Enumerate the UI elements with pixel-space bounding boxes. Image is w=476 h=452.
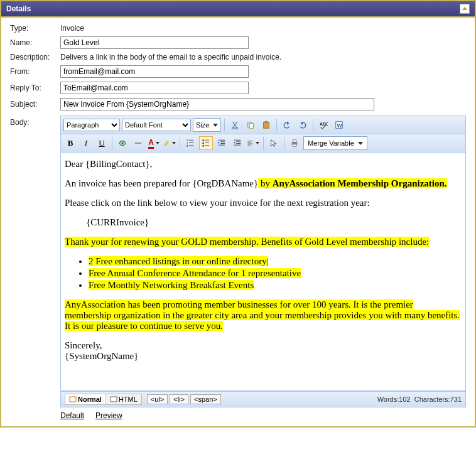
body-text: Please click on the link below to view y…: [65, 198, 462, 208]
svg-point-20: [202, 143, 204, 144]
svg-rect-41: [293, 144, 296, 147]
subject-label: Subject:: [10, 100, 60, 109]
svg-rect-3: [264, 122, 269, 129]
svg-rect-17: [189, 143, 193, 143]
svg-marker-6: [301, 122, 303, 125]
svg-rect-36: [247, 143, 251, 143]
svg-rect-25: [219, 140, 225, 141]
from-input[interactable]: [60, 65, 249, 78]
svg-rect-16: [189, 140, 193, 141]
list-item: 2 Free enhanced listings in our online d…: [89, 256, 462, 267]
path-crumb[interactable]: <span>: [190, 394, 221, 404]
svg-text:3: 3: [187, 144, 188, 148]
svg-rect-32: [236, 143, 241, 144]
link-icon[interactable]: [116, 136, 129, 150]
unordered-list-icon[interactable]: [199, 136, 213, 150]
hr-icon[interactable]: [131, 136, 145, 150]
svg-rect-26: [220, 141, 225, 142]
view-normal-tab[interactable]: Normal: [65, 394, 106, 404]
description-value: Delivers a link in the body of the email…: [60, 53, 281, 62]
editor-toolbar-2: B I U A 123: [60, 134, 466, 153]
type-label: Type:: [10, 24, 60, 33]
page-icon: [69, 396, 77, 402]
paragraph-select[interactable]: Paragraph: [63, 119, 120, 131]
svg-marker-0: [462, 7, 467, 10]
code-icon: [110, 396, 117, 402]
bold-icon[interactable]: B: [63, 136, 77, 150]
svg-marker-5: [287, 122, 289, 125]
merge-variable-select[interactable]: Merge Variable: [303, 136, 367, 150]
svg-rect-18: [189, 146, 193, 146]
italic-icon[interactable]: I: [79, 136, 93, 150]
default-link[interactable]: Default: [60, 411, 84, 420]
name-input[interactable]: [60, 36, 249, 49]
svg-rect-33: [234, 145, 241, 146]
svg-rect-38: [247, 145, 251, 146]
svg-rect-37: [247, 144, 252, 144]
highlight-icon[interactable]: [163, 136, 176, 150]
toolbar-separator: [284, 137, 284, 149]
body-text: AnyAssociation has been promoting member…: [65, 299, 462, 331]
paste-icon[interactable]: [259, 118, 273, 132]
replyto-label: Reply To:: [10, 83, 60, 92]
outdent-icon[interactable]: [215, 136, 229, 150]
svg-marker-29: [218, 141, 220, 144]
preview-link[interactable]: Preview: [95, 411, 122, 420]
font-select[interactable]: Default Font: [122, 119, 191, 131]
copy-icon[interactable]: [244, 118, 257, 132]
ordered-list-icon[interactable]: 123: [183, 136, 197, 150]
size-select[interactable]: Size: [193, 118, 221, 132]
svg-point-11: [121, 142, 124, 144]
body-text: {SystemOrgName}: [65, 351, 462, 362]
svg-rect-40: [293, 140, 296, 143]
benefits-list: 2 Free enhanced listings in our online d…: [78, 256, 462, 291]
panel-header: Details: [1, 1, 475, 18]
list-item: Free Annual Conference Attendance for 1 …: [89, 268, 462, 279]
svg-rect-4: [265, 121, 268, 123]
svg-marker-34: [234, 141, 235, 144]
body-label: Body:: [10, 114, 60, 127]
editor-footer: Normal HTML <ul> <li> <span>: [60, 391, 466, 407]
spellcheck-icon[interactable]: ABC: [316, 118, 330, 132]
toolbar-separator: [224, 119, 225, 131]
collapse-toggle-icon[interactable]: [460, 4, 470, 14]
path-crumb[interactable]: <li>: [170, 394, 188, 404]
body-text: An invoice has been prepared for {OrgDBA…: [65, 178, 462, 189]
align-icon[interactable]: [246, 136, 260, 150]
panel-body: Type: Invoice Name: Description: Deliver…: [1, 18, 475, 426]
toolbar-separator: [112, 137, 112, 149]
description-label: Description:: [10, 53, 60, 62]
undo-icon[interactable]: [280, 118, 294, 132]
toolbar-separator: [263, 137, 264, 149]
select-cursor-icon[interactable]: [267, 136, 281, 150]
word-count: Words:102 Characters:731: [377, 396, 462, 403]
replyto-input[interactable]: [60, 82, 249, 94]
print-icon[interactable]: [288, 136, 301, 150]
type-value: Invoice: [60, 24, 84, 33]
svg-rect-22: [205, 140, 209, 141]
svg-rect-27: [220, 143, 225, 144]
indent-icon[interactable]: [230, 136, 244, 150]
body-text: Dear {BillingContact},: [65, 159, 462, 170]
svg-rect-42: [70, 397, 76, 402]
bottom-links: Default Preview: [60, 411, 466, 420]
editor-body[interactable]: Dear {BillingContact}, An invoice has be…: [60, 153, 466, 391]
chevron-down-icon: [358, 142, 363, 145]
view-html-tab[interactable]: HTML: [106, 394, 141, 404]
body-text: Thank your for renewing your GOLD member…: [65, 237, 462, 247]
underline-icon[interactable]: U: [95, 136, 109, 150]
font-color-icon[interactable]: A: [147, 136, 161, 150]
cut-icon[interactable]: [228, 118, 242, 132]
svg-rect-43: [111, 397, 117, 402]
paste-word-icon[interactable]: W: [332, 118, 346, 132]
svg-rect-30: [234, 140, 241, 141]
redo-icon[interactable]: [296, 118, 310, 132]
svg-rect-24: [205, 146, 209, 146]
body-text: {CURRInvoice}: [86, 217, 462, 228]
element-path: <ul> <li> <span>: [147, 394, 221, 404]
path-crumb[interactable]: <ul>: [147, 394, 168, 404]
subject-input[interactable]: [60, 98, 374, 110]
svg-rect-2: [250, 123, 254, 128]
view-mode-tabs: Normal HTML: [65, 394, 142, 405]
svg-rect-23: [205, 143, 209, 143]
